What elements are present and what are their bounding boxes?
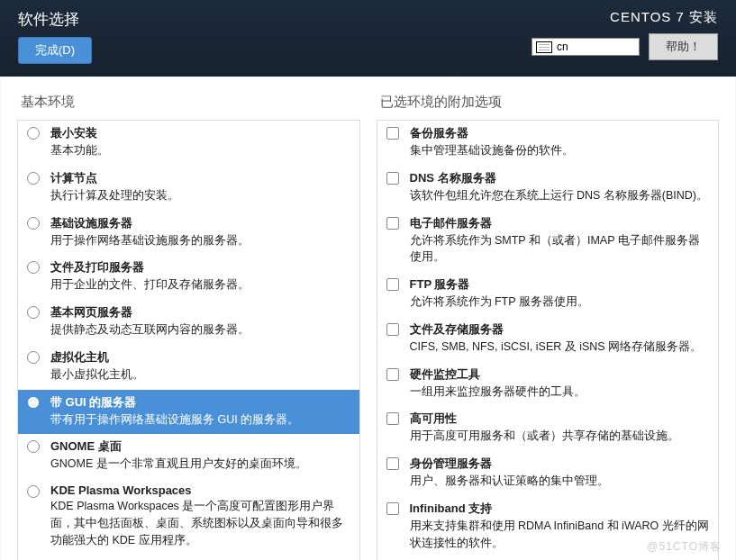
software-selection-window: 软件选择 完成(D) CENTOS 7 安装 cn 帮助！ 基本环境 最小安装基… bbox=[0, 0, 736, 560]
keyboard-layout-label: cn bbox=[557, 41, 568, 53]
header-bar: 软件选择 完成(D) CENTOS 7 安装 cn 帮助！ bbox=[0, 0, 736, 77]
environment-item[interactable]: 虚拟化主机最小虚拟化主机。 bbox=[18, 345, 359, 390]
addon-item-desc: 允许将系统作为 SMTP 和（或者）IMAP 电子邮件服务器使用。 bbox=[410, 232, 710, 266]
checkbox-icon[interactable] bbox=[386, 457, 399, 470]
environment-item-label: 虚拟化主机 bbox=[50, 349, 350, 366]
addon-item[interactable]: 高可用性用于高度可用服务和（或者）共享存储的基础设施。 bbox=[377, 406, 719, 451]
addon-item[interactable]: 备份服务器集中管理基础设施备份的软件。 bbox=[377, 121, 719, 166]
addon-item-desc: 该软件包组允许您在系统上运行 DNS 名称服务器(BIND)。 bbox=[410, 187, 710, 204]
addon-item-label: 高可用性 bbox=[410, 411, 710, 427]
environment-item[interactable]: 基础设施服务器用于操作网络基础设施服务的服务器。 bbox=[18, 211, 359, 256]
checkbox-icon[interactable] bbox=[386, 368, 399, 381]
environment-item-label: KDE Plasma Workspaces bbox=[50, 483, 350, 497]
checkbox-icon[interactable] bbox=[386, 217, 399, 230]
environment-item-label: 计算节点 bbox=[50, 170, 350, 186]
addon-item-label: 电子邮件服务器 bbox=[410, 215, 710, 231]
addon-item-label: FTP 服务器 bbox=[410, 276, 710, 293]
checkbox-icon[interactable] bbox=[386, 412, 399, 425]
keyboard-icon bbox=[536, 41, 552, 53]
done-button[interactable]: 完成(D) bbox=[18, 37, 92, 64]
environment-item-desc: 最小虚拟化主机。 bbox=[50, 366, 350, 384]
environment-item-desc: 执行计算及处理的安装。 bbox=[50, 187, 350, 204]
addon-heading: 已选环境的附加选项 bbox=[377, 94, 720, 111]
addon-item[interactable]: 身份管理服务器用户、服务器和认证策略的集中管理。 bbox=[377, 451, 719, 496]
environment-item[interactable]: 基本网页服务器提供静态及动态互联网内容的服务器。 bbox=[18, 300, 359, 345]
environment-item[interactable]: GNOME 桌面GNOME 是一个非常直观且用户友好的桌面环境。 bbox=[18, 434, 359, 479]
environment-item[interactable]: 带 GUI 的服务器带有用于操作网络基础设施服务 GUI 的服务器。 bbox=[18, 390, 359, 435]
addon-item[interactable]: 电子邮件服务器允许将系统作为 SMTP 和（或者）IMAP 电子邮件服务器使用。 bbox=[377, 211, 719, 273]
environment-item-desc: 带有用于操作网络基础设施服务 GUI 的服务器。 bbox=[50, 411, 350, 429]
keyboard-indicator[interactable]: cn bbox=[532, 38, 640, 56]
addon-item[interactable]: FTP 服务器允许将系统作为 FTP 服务器使用。 bbox=[377, 272, 719, 317]
environment-item[interactable]: KDE Plasma WorkspacesKDE Plasma Workspac… bbox=[18, 479, 359, 555]
base-environment-heading: 基本环境 bbox=[17, 94, 360, 111]
environment-item-desc: GNOME 是一个非常直观且用户友好的桌面环境。 bbox=[50, 456, 350, 473]
header-right-row: cn 帮助！ bbox=[532, 33, 718, 60]
addon-item-label: 硬件监控工具 bbox=[410, 366, 710, 383]
page-title: 软件选择 bbox=[18, 9, 92, 30]
environment-item-label: GNOME 桌面 bbox=[50, 438, 350, 455]
addon-item-desc: 一组用来监控服务器硬件的工具。 bbox=[410, 384, 710, 401]
environment-item[interactable]: 最小安装基本功能。 bbox=[18, 121, 359, 166]
environment-item-desc: KDE Plasma Workspaces 是一个高度可配置图形用户界面，其中包… bbox=[50, 498, 350, 548]
base-environment-list[interactable]: 最小安装基本功能。计算节点执行计算及处理的安装。基础设施服务器用于操作网络基础设… bbox=[17, 120, 360, 560]
environment-item[interactable]: 计算节点执行计算及处理的安装。 bbox=[18, 166, 359, 211]
addon-item-desc: 用来支持集群和使用 RDMA InfiniBand 和 iWARO 光纤的网状连… bbox=[410, 518, 710, 552]
addon-item-label: Infiniband 支持 bbox=[410, 501, 710, 517]
checkbox-icon[interactable] bbox=[386, 278, 399, 291]
checkbox-icon[interactable] bbox=[386, 502, 399, 515]
addon-list[interactable]: 备份服务器集中管理基础设施备份的软件。DNS 名称服务器该软件包组允许您在系统上… bbox=[377, 120, 720, 560]
content-body: 基本环境 最小安装基本功能。计算节点执行计算及处理的安装。基础设施服务器用于操作… bbox=[1, 77, 735, 560]
addon-item[interactable]: DNS 名称服务器该软件包组允许您在系统上运行 DNS 名称服务器(BIND)。 bbox=[377, 166, 719, 211]
addon-item-desc: 允许将系统作为 FTP 服务器使用。 bbox=[410, 294, 710, 311]
radio-icon[interactable] bbox=[27, 172, 40, 185]
environment-item-desc: 用于操作网络基础设施服务的服务器。 bbox=[50, 232, 350, 249]
environment-item-label: 基本网页服务器 bbox=[50, 304, 350, 321]
addon-item-desc: CIFS, SMB, NFS, iSCSI, iSER 及 iSNS 网络存储服… bbox=[410, 339, 710, 356]
addon-item-desc: 用户、服务器和认证策略的集中管理。 bbox=[410, 473, 710, 490]
addon-item[interactable]: 文件及存储服务器CIFS, SMB, NFS, iSCSI, iSER 及 iS… bbox=[377, 317, 719, 362]
addon-item-label: 文件及存储服务器 bbox=[410, 321, 710, 338]
help-button[interactable]: 帮助！ bbox=[649, 33, 718, 60]
addon-item-desc: 用于高度可用服务和（或者）共享存储的基础设施。 bbox=[410, 428, 710, 445]
radio-icon[interactable] bbox=[27, 217, 40, 230]
addon-item-label: DNS 名称服务器 bbox=[410, 170, 710, 186]
addon-item-desc: 集中管理基础设施备份的软件。 bbox=[410, 142, 710, 159]
environment-item[interactable]: 文件及打印服务器用于企业的文件、打印及存储服务器。 bbox=[18, 255, 359, 300]
checkbox-icon[interactable] bbox=[386, 127, 399, 140]
radio-icon[interactable] bbox=[27, 127, 40, 140]
checkbox-icon[interactable] bbox=[386, 323, 399, 336]
environment-item-label: 最小安装 bbox=[50, 125, 350, 141]
addon-item[interactable]: 硬件监控工具一组用来监控服务器硬件的工具。 bbox=[377, 362, 719, 407]
addon-item-label: 备份服务器 bbox=[410, 125, 710, 141]
addon-panel: 已选环境的附加选项 备份服务器集中管理基础设施备份的软件。DNS 名称服务器该软… bbox=[377, 94, 720, 560]
base-environment-panel: 基本环境 最小安装基本功能。计算节点执行计算及处理的安装。基础设施服务器用于操作… bbox=[17, 94, 360, 560]
environment-item-desc: 基本功能。 bbox=[50, 142, 350, 159]
addon-item[interactable]: Infiniband 支持用来支持集群和使用 RDMA InfiniBand 和… bbox=[377, 496, 719, 558]
radio-icon[interactable] bbox=[27, 261, 40, 274]
environment-item-label: 文件及打印服务器 bbox=[50, 259, 350, 275]
radio-icon[interactable] bbox=[27, 440, 40, 453]
checkbox-icon[interactable] bbox=[386, 172, 399, 185]
radio-icon[interactable] bbox=[27, 351, 40, 364]
radio-icon[interactable] bbox=[27, 485, 40, 498]
installer-title: CENTOS 7 安装 bbox=[610, 9, 718, 26]
header-right: CENTOS 7 安装 cn 帮助！ bbox=[532, 9, 718, 60]
environment-item-label: 基础设施服务器 bbox=[50, 215, 350, 231]
environment-item-label: 带 GUI 的服务器 bbox=[50, 394, 350, 411]
header-left: 软件选择 完成(D) bbox=[18, 9, 92, 64]
radio-icon[interactable] bbox=[27, 396, 40, 409]
environment-item[interactable]: 开发及生成工作站用于软件、硬件、图形或者内容开发的工作站。 bbox=[18, 555, 359, 560]
environment-item-desc: 提供静态及动态互联网内容的服务器。 bbox=[50, 321, 350, 339]
addon-item-label: 身份管理服务器 bbox=[410, 456, 710, 472]
radio-icon[interactable] bbox=[27, 306, 40, 319]
environment-item-desc: 用于企业的文件、打印及存储服务器。 bbox=[50, 276, 350, 294]
